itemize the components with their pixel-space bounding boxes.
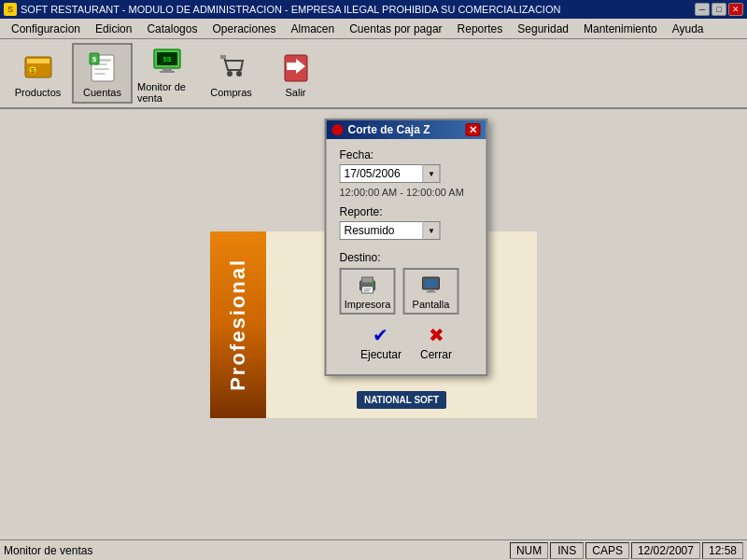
svg-rect-14 [160, 71, 175, 73]
svg-rect-7 [94, 68, 109, 70]
ejecutar-button[interactable]: ✔ Ejecutar [360, 324, 402, 361]
svg-text:$: $ [92, 55, 96, 63]
dialog-title-bar: Corte de Caja Z ✕ [327, 120, 486, 139]
svg-rect-18 [220, 55, 226, 59]
reporte-dropdown-arrow[interactable]: ▼ [424, 221, 441, 240]
svg-rect-8 [94, 73, 106, 75]
cuentas-icon: $ [86, 49, 120, 83]
productos-icon: $ [21, 49, 55, 83]
printer-icon [357, 273, 379, 296]
menu-mantenimiento[interactable]: Mantenimiento [576, 21, 665, 37]
svg-point-16 [227, 71, 233, 77]
title-bar-controls[interactable]: ─ □ ✕ [695, 3, 743, 16]
time-range: 12:00:00 AM - 12:00:00 AM [340, 187, 473, 198]
banner-left: Profesional [210, 231, 266, 418]
salir-icon [279, 49, 313, 83]
menu-almacen[interactable]: Almacen [284, 21, 343, 37]
destino-buttons: Impresora Pantalla [340, 268, 473, 315]
dialog-close-button[interactable]: ✕ [466, 123, 481, 136]
menu-operaciones[interactable]: Operaciones [204, 21, 283, 37]
monitor-icon: $$ [150, 44, 184, 77]
menu-catalogos[interactable]: Catalogos [139, 21, 204, 37]
fecha-label: Fecha: [340, 148, 473, 161]
toolbar-compras[interactable]: Compras [201, 43, 261, 104]
check-icon: ✔ [370, 324, 392, 346]
time-badge: 12:58 [702, 542, 743, 559]
status-right: NUM INS CAPS 12/02/2007 12:58 [510, 542, 743, 559]
title-bar: S SOFT RESTAURANT - MODULO DE ADMINISTRA… [0, 0, 747, 19]
menu-cuentas-por-pagar[interactable]: Cuentas por pagar [342, 21, 449, 37]
ejecutar-label: Ejecutar [360, 348, 402, 361]
date-badge: 12/02/2007 [631, 542, 700, 559]
toolbar-cuentas[interactable]: $ Cuentas [72, 43, 133, 104]
toolbar-monitor[interactable]: $$ Monitor de venta [136, 43, 197, 104]
toolbar-salir-label: Salir [285, 87, 305, 98]
minimize-button[interactable]: ─ [695, 3, 710, 16]
svg-rect-13 [162, 68, 172, 71]
toolbar-productos-label: Productos [15, 87, 62, 98]
cerrar-button[interactable]: ✖ Cerrar [420, 324, 452, 361]
svg-text:$$: $$ [162, 55, 171, 63]
cerrar-label: Cerrar [420, 348, 452, 361]
status-bar: Monitor de ventas NUM INS CAPS 12/02/200… [0, 539, 747, 560]
menu-ayuda[interactable]: Ayuda [665, 21, 712, 37]
svg-rect-28 [364, 288, 372, 290]
menu-configuracion[interactable]: Configuracion [4, 21, 88, 37]
destino-label: Destino: [340, 251, 473, 264]
toolbar-monitor-label: Monitor de venta [137, 81, 196, 104]
dialog-icon [332, 124, 344, 135]
app-icon: S [4, 3, 17, 16]
svg-text:$: $ [31, 67, 35, 74]
num-badge: NUM [510, 542, 548, 559]
toolbar-cuentas-label: Cuentas [83, 87, 121, 98]
pantalla-button[interactable]: Pantalla [403, 268, 459, 315]
compras-icon [215, 49, 248, 83]
impresora-label: Impresora [345, 299, 391, 310]
main-content: Profesional llevar el control ...perder … [0, 109, 747, 539]
toolbar-salir[interactable]: Salir [265, 43, 326, 104]
pantalla-label: Pantalla [413, 299, 450, 310]
x-icon: ✖ [425, 324, 447, 346]
status-left-text: Monitor de ventas [4, 544, 510, 557]
title-bar-text: SOFT RESTAURANT - MODULO DE ADMINISTRACI… [21, 4, 560, 15]
svg-rect-34 [427, 291, 436, 293]
close-button[interactable]: ✕ [728, 3, 743, 16]
svg-point-30 [371, 282, 374, 285]
ins-badge: INS [550, 542, 584, 559]
impresora-button[interactable]: Impresora [340, 268, 396, 315]
toolbar-productos[interactable]: $ Productos [7, 43, 68, 104]
toolbar: $ Productos $ Cuentas [0, 39, 747, 109]
corte-de-caja-dialog: Corte de Caja Z ✕ Fecha: ▼ 12:00:00 AM -… [325, 119, 488, 376]
fecha-dropdown-arrow[interactable]: ▼ [424, 164, 441, 183]
fecha-row: ▼ [340, 164, 473, 183]
svg-rect-29 [364, 290, 370, 292]
svg-rect-26 [362, 277, 374, 283]
dialog-body: Fecha: ▼ 12:00:00 AM - 12:00:00 AM Repor… [327, 139, 486, 374]
menu-reportes[interactable]: Reportes [450, 21, 511, 37]
fecha-input[interactable] [340, 164, 424, 183]
menu-edicion[interactable]: Edicion [88, 21, 139, 37]
reporte-row: Resumido Detallado ▼ [340, 221, 473, 240]
reporte-label: Reporte: [340, 205, 473, 218]
screen-icon [420, 273, 443, 296]
reporte-select[interactable]: Resumido Detallado [340, 221, 424, 240]
menu-seguridad[interactable]: Seguridad [510, 21, 576, 37]
caps-badge: CAPS [585, 542, 629, 559]
destino-section: Destino: I [340, 251, 473, 315]
svg-point-17 [236, 71, 242, 77]
national-soft-badge: NATIONAL SOFT [357, 391, 446, 409]
banner-side-text: Profesional [226, 259, 250, 391]
title-bar-left: S SOFT RESTAURANT - MODULO DE ADMINISTRA… [4, 3, 560, 16]
svg-rect-1 [27, 59, 49, 63]
svg-rect-32 [425, 279, 438, 287]
toolbar-compras-label: Compras [210, 87, 252, 98]
maximize-button[interactable]: □ [712, 3, 726, 16]
menu-bar: Configuracion Edicion Catalogos Operacio… [0, 19, 747, 39]
action-buttons: ✔ Ejecutar ✖ Cerrar [340, 324, 473, 361]
dialog-title-text: Corte de Caja Z [348, 123, 430, 136]
